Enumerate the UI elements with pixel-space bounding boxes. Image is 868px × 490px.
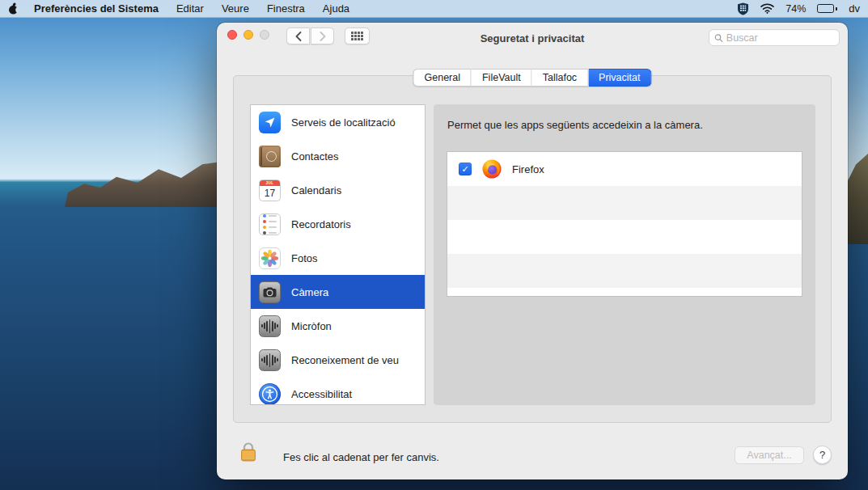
- firefox-checkbox[interactable]: ✓: [459, 163, 472, 175]
- permission-description: Permet que les apps següents accedeixin …: [447, 119, 703, 131]
- camera-icon: [259, 281, 281, 303]
- advanced-button[interactable]: Avançat...: [735, 446, 804, 464]
- sidebar-item-label: Càmera: [291, 286, 328, 298]
- microphone-icon: [259, 315, 281, 337]
- apple-logo-icon: [8, 2, 19, 15]
- allowed-apps-list: ✓: [447, 151, 802, 297]
- list-stripe: [447, 288, 802, 297]
- camera-permissions-panel: Permet que les apps següents accedeixin …: [434, 104, 815, 405]
- reminders-icon: [259, 213, 281, 235]
- sidebar-item-contacts[interactable]: Contactes: [251, 139, 425, 173]
- app-name: Firefox: [512, 163, 544, 175]
- battery-icon[interactable]: [817, 4, 837, 13]
- firefox-icon: [481, 158, 502, 180]
- battery-percentage: 74%: [785, 3, 806, 15]
- accessibility-icon: [259, 383, 281, 405]
- wifi-icon[interactable]: [760, 3, 774, 14]
- chevron-right-icon: [320, 32, 326, 41]
- menu-finestra[interactable]: Finestra: [267, 2, 305, 15]
- menu-veure[interactable]: Veure: [222, 2, 249, 15]
- tab-privacitat[interactable]: Privacitat: [588, 69, 651, 87]
- voice-recognition-icon: [259, 349, 281, 371]
- search-input[interactable]: [726, 32, 834, 44]
- sidebar-item-label: Recordatoris: [291, 218, 351, 230]
- lock-icon[interactable]: [239, 441, 258, 467]
- help-button[interactable]: ?: [813, 446, 832, 464]
- tab-filevault[interactable]: FileVault: [472, 69, 532, 87]
- list-stripe: [447, 186, 802, 220]
- forward-button[interactable]: [311, 27, 334, 44]
- tab-tallafoc[interactable]: Tallafoc: [532, 69, 588, 87]
- list-stripe: [447, 220, 802, 254]
- sidebar-item-label: Micròfon: [291, 320, 332, 332]
- app-row-firefox[interactable]: ✓: [447, 152, 802, 186]
- privacy-sidebar: Serveis de localització Contactes JUL 17…: [250, 104, 426, 405]
- back-button[interactable]: [286, 27, 310, 44]
- calendar-icon: JUL 17: [259, 180, 281, 201]
- menu-ajuda[interactable]: Ajuda: [323, 2, 349, 15]
- sidebar-item-microphone[interactable]: Micròfon: [251, 309, 425, 343]
- sidebar-item-camera[interactable]: Càmera: [251, 275, 425, 309]
- sidebar-item-label: Reconeixement de veu: [291, 354, 399, 366]
- sidebar-item-label: Calendaris: [291, 184, 341, 196]
- sidebar-item-photos[interactable]: Fotos: [251, 241, 425, 275]
- wallpaper-headland-right: [848, 154, 868, 244]
- window-titlebar: Seguretat i privacitat: [217, 23, 848, 57]
- window-title: Seguretat i privacitat: [481, 32, 585, 44]
- menu-bar: Preferències del Sistema Editar Veure Fi…: [0, 0, 868, 18]
- apple-menu[interactable]: [8, 2, 19, 15]
- shield-grid-icon[interactable]: [737, 2, 749, 15]
- search-field[interactable]: [709, 29, 840, 46]
- list-stripe: [447, 254, 802, 288]
- zoom-button-disabled: [260, 30, 269, 40]
- chevron-left-icon: [295, 32, 302, 41]
- tab-general[interactable]: General: [413, 69, 472, 87]
- sidebar-item-calendars[interactable]: JUL 17 Recordatoris Calendaris: [251, 173, 425, 207]
- minimize-button[interactable]: [243, 30, 253, 40]
- sidebar-item-label: Accessibilitat: [291, 388, 352, 400]
- sidebar-item-voice-recognition[interactable]: Reconeixement de veu: [251, 343, 425, 377]
- sidebar-item-reminders[interactable]: Recordatoris: [251, 207, 425, 241]
- show-all-button[interactable]: [345, 27, 370, 44]
- privacy-groupbox: Serveis de localització Contactes JUL 17…: [233, 75, 832, 423]
- search-icon: [714, 33, 723, 43]
- tab-bar: General FileVault Tallafoc Privacitat: [413, 69, 652, 87]
- close-button[interactable]: [227, 30, 237, 40]
- sidebar-item-location-services[interactable]: Serveis de localització: [251, 105, 425, 139]
- sidebar-item-label: Fotos: [291, 252, 318, 264]
- photos-icon: [259, 247, 281, 269]
- lock-hint-text: Fes clic al cadenat per fer canvis.: [283, 451, 439, 463]
- contacts-icon: [259, 146, 281, 167]
- location-icon: [259, 112, 281, 133]
- menu-app-title[interactable]: Preferències del Sistema: [34, 2, 159, 15]
- sidebar-item-accessibility[interactable]: Accessibilitat: [251, 377, 425, 405]
- system-preferences-window: Seguretat i privacitat General FileVault…: [217, 23, 848, 479]
- sidebar-item-label: Contactes: [291, 150, 339, 163]
- sidebar-item-label: Serveis de localització: [291, 116, 396, 129]
- grid-icon: [351, 32, 363, 40]
- menu-user[interactable]: dv: [849, 2, 860, 15]
- wallpaper-headland: [65, 158, 227, 207]
- menu-editar[interactable]: Editar: [176, 2, 204, 15]
